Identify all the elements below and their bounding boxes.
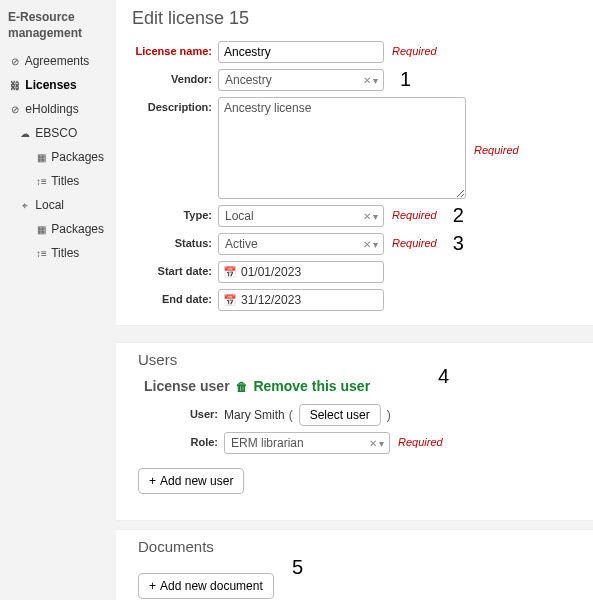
cloud-icon: ☁	[20, 128, 30, 139]
required-hint: Required	[392, 41, 437, 57]
row-description: Description: Ancestry license Required	[132, 97, 585, 199]
sidebar-item-label: EBSCO	[35, 126, 77, 140]
ban-icon: ⊘	[10, 104, 20, 115]
archive-icon: ▦	[36, 152, 46, 163]
sidebar-item-ebsco-titles[interactable]: ↕≡ Titles	[6, 169, 112, 193]
start-date-input[interactable]: 📅 01/01/2023	[218, 261, 384, 283]
sidebar-item-label: Titles	[51, 246, 79, 260]
label-status: Status:	[132, 233, 218, 249]
sidebar-item-local-titles[interactable]: ↕≡ Titles	[6, 241, 112, 265]
required-hint: Required	[474, 140, 519, 156]
users-title: Users	[138, 351, 585, 368]
add-user-label: Add new user	[160, 474, 233, 488]
sidebar-item-label: Local	[35, 198, 64, 212]
callout-2: 2	[453, 205, 464, 225]
callout-3: 3	[453, 233, 464, 253]
sidebar-item-local[interactable]: ⌖ Local	[6, 193, 112, 217]
start-date-value: 01/01/2023	[241, 265, 379, 279]
label-user: User:	[138, 404, 224, 420]
chevron-down-icon[interactable]: ▾	[372, 211, 379, 222]
plus-icon: +	[149, 474, 156, 488]
page-title: Edit license 15	[132, 8, 585, 29]
chevron-down-icon[interactable]: ▾	[372, 239, 379, 250]
ban-icon: ⊘	[10, 56, 20, 67]
end-date-value: 31/12/2023	[241, 293, 379, 307]
paren-close: )	[387, 408, 391, 422]
clear-icon[interactable]: ✕	[362, 239, 372, 250]
label-license-name: License name:	[132, 41, 218, 57]
required-hint: Required	[392, 233, 437, 249]
description-textarea[interactable]: Ancestry license	[218, 97, 466, 199]
users-section: Users 4 License user 🗑 Remove this user …	[132, 343, 585, 506]
label-start-date: Start date:	[132, 261, 218, 277]
sidebar-item-local-packages[interactable]: ▦ Packages	[6, 217, 112, 241]
row-end-date: End date: 📅 31/12/2023	[132, 289, 585, 311]
main-content: Edit license 15 License name: Required V…	[116, 0, 593, 600]
row-start-date: Start date: 📅 01/01/2023	[132, 261, 585, 283]
callout-5: 5	[292, 556, 303, 579]
sidebar-title: E-Resource management	[8, 10, 110, 41]
required-hint: Required	[392, 205, 437, 221]
clear-icon[interactable]: ✕	[368, 438, 378, 449]
license-user-heading: License user 🗑 Remove this user	[144, 378, 585, 394]
documents-title: Documents	[138, 538, 585, 555]
chevron-down-icon[interactable]: ▾	[372, 75, 379, 86]
sidebar-item-label: eHoldings	[25, 102, 78, 116]
label-role: Role:	[138, 432, 224, 448]
role-select[interactable]: ERM librarian ✕ ▾	[224, 432, 390, 454]
label-vendor: Vendor:	[132, 69, 218, 85]
select-user-button[interactable]: Select user	[299, 404, 381, 426]
type-value: Local	[225, 209, 362, 223]
sidebar-item-label: Packages	[51, 222, 104, 236]
pin-icon: ⌖	[20, 200, 30, 212]
calendar-icon: 📅	[223, 294, 237, 307]
role-value: ERM librarian	[231, 436, 368, 450]
calendar-icon: 📅	[223, 266, 237, 279]
label-type: Type:	[132, 205, 218, 221]
add-user-button[interactable]: +Add new user	[138, 468, 244, 494]
trash-icon[interactable]: 🗑	[236, 380, 248, 394]
add-document-label: Add new document	[160, 579, 263, 593]
sidebar-item-label: Licenses	[25, 78, 76, 92]
remove-user-link[interactable]: Remove this user	[253, 378, 370, 394]
row-type: Type: Local ✕ ▾ Required 2	[132, 205, 585, 227]
sidebar-item-ebsco[interactable]: ☁ EBSCO	[6, 121, 112, 145]
vendor-select[interactable]: Ancestry ✕ ▾	[218, 69, 384, 91]
sidebar-item-licenses[interactable]: ⛓ Licenses	[6, 73, 112, 97]
row-user: User: Mary Smith ( Select user )	[138, 404, 585, 426]
required-hint: Required	[398, 432, 443, 448]
label-end-date: End date:	[132, 289, 218, 305]
end-date-input[interactable]: 📅 31/12/2023	[218, 289, 384, 311]
sidebar-item-ebsco-packages[interactable]: ▦ Packages	[6, 145, 112, 169]
callout-1: 1	[400, 69, 411, 89]
chevron-down-icon[interactable]: ▾	[378, 438, 385, 449]
plus-icon: +	[149, 579, 156, 593]
clear-icon[interactable]: ✕	[362, 75, 372, 86]
sidebar-item-label: Packages	[51, 150, 104, 164]
label-description: Description:	[132, 97, 218, 113]
archive-icon: ▦	[36, 224, 46, 235]
sidebar: E-Resource management ⊘ Agreements ⛓ Lic…	[0, 0, 116, 600]
vendor-value: Ancestry	[225, 73, 362, 87]
sort-icon: ↕≡	[36, 248, 46, 259]
user-name-text: Mary Smith	[224, 408, 285, 422]
status-select[interactable]: Active ✕ ▾	[218, 233, 384, 255]
row-license-name: License name: Required	[132, 41, 585, 63]
clear-icon[interactable]: ✕	[362, 211, 372, 222]
sidebar-item-label: Agreements	[25, 54, 90, 68]
sidebar-item-agreements[interactable]: ⊘ Agreements	[6, 49, 112, 73]
license-name-input[interactable]	[218, 41, 384, 63]
add-document-button[interactable]: +Add new document	[138, 573, 274, 599]
row-vendor: Vendor: Ancestry ✕ ▾ 1	[132, 69, 585, 91]
sidebar-item-eholdings[interactable]: ⊘ eHoldings	[6, 97, 112, 121]
documents-section: Documents 5 +Add new document	[132, 530, 585, 600]
paren-open: (	[289, 408, 293, 422]
row-role: Role: ERM librarian ✕ ▾ Required	[138, 432, 585, 454]
status-value: Active	[225, 237, 362, 251]
heading-text: License user	[144, 378, 230, 394]
sidebar-item-label: Titles	[51, 174, 79, 188]
callout-4: 4	[438, 365, 449, 388]
gavel-icon: ⛓	[10, 80, 20, 91]
type-select[interactable]: Local ✕ ▾	[218, 205, 384, 227]
row-status: Status: Active ✕ ▾ Required 3	[132, 233, 585, 255]
